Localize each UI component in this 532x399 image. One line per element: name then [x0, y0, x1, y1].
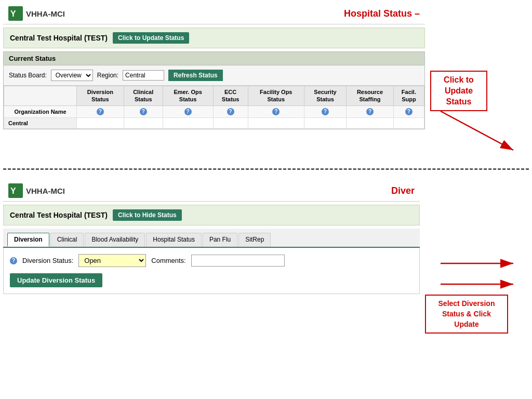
top-header: Y VHHA-MCI Hospital Status –	[3, 3, 425, 24]
security-help[interactable]: ?	[304, 105, 346, 117]
hide-status-button[interactable]: Click to Hide Status	[113, 209, 182, 221]
table-row: Central	[4, 117, 424, 128]
status-board-label: Status Board:	[9, 72, 47, 79]
ecc-help[interactable]: ?	[213, 105, 248, 117]
diversion-help-icon[interactable]: ?	[97, 108, 104, 115]
col-facil-supp: Facil.Supp	[393, 86, 424, 106]
comments-input[interactable]	[191, 255, 285, 267]
col-security: SecurityStatus	[304, 86, 346, 106]
top-arrow-svg	[425, 106, 529, 158]
diversion-status-label: Diversion Status:	[22, 257, 73, 264]
status-table: DiversionStatus ClinicalStatus Emer. Ops…	[4, 86, 424, 129]
top-hospital-bar: Central Test Hospital (TEST) Click to Up…	[3, 28, 425, 48]
annotation-line1: Click to	[444, 75, 474, 84]
top-section: Y VHHA-MCI Hospital Status – Central Tes…	[3, 3, 425, 131]
current-status-section: Current Status Status Board: Overview Re…	[3, 51, 425, 129]
annotation-line3: Status	[446, 97, 472, 106]
help-icon-row: Organization Name ? ? ? ? ? ? ? ?	[4, 105, 424, 117]
resource-help[interactable]: ?	[347, 105, 394, 117]
bottom-logo-icon: Y	[8, 183, 23, 198]
tab-content-diversion: ? Diversion Status: Open Diversion Close…	[3, 248, 420, 294]
bottom-annotation-line3: Update	[454, 320, 478, 328]
clinical-help[interactable]: ?	[124, 105, 163, 117]
top-header-title: Hospital Status –	[344, 8, 420, 19]
tab-blood-availability[interactable]: Blood Availability	[85, 233, 145, 247]
ecc-help-icon[interactable]: ?	[227, 108, 234, 115]
bottom-arrow-svg	[425, 253, 529, 295]
facil-supp-val	[393, 117, 424, 128]
col-diversion: DiversionStatus	[77, 86, 124, 106]
org-name-label: Organization Name	[14, 109, 66, 115]
status-board-select[interactable]: Overview	[51, 70, 93, 81]
bottom-header: Y VHHA-MCI Diver	[3, 180, 420, 202]
diversion-form-help-icon[interactable]: ?	[10, 257, 17, 264]
table-header-row: DiversionStatus ClinicalStatus Emer. Ops…	[4, 86, 424, 106]
current-status-header: Current Status	[4, 52, 424, 65]
status-controls: Status Board: Overview Region: Refresh S…	[4, 65, 424, 86]
security-help-icon[interactable]: ?	[322, 108, 329, 115]
tabs-container: Diversion Clinical Blood Availability Ho…	[3, 229, 420, 248]
bottom-hospital-bar: Central Test Hospital (TEST) Click to Hi…	[3, 205, 420, 225]
resource-val	[347, 117, 394, 128]
region-label: Region:	[97, 72, 118, 79]
emer-ops-val	[163, 117, 213, 128]
clinical-help-icon[interactable]: ?	[140, 108, 147, 115]
ecc-val	[213, 117, 248, 128]
bottom-annotation-line2: Status & Click	[442, 310, 491, 318]
region-input[interactable]	[123, 70, 164, 81]
diversion-status-select[interactable]: Open Diversion Closed	[78, 254, 146, 267]
security-val	[304, 117, 346, 128]
diversion-form-row: ? Diversion Status: Open Diversion Close…	[10, 254, 413, 267]
facility-ops-val	[248, 117, 304, 128]
section-divider	[3, 168, 529, 170]
annotation-line2: Update	[445, 86, 473, 95]
org-name-cell: Organization Name	[4, 105, 77, 117]
top-update-status-button[interactable]: Click to Update Status	[113, 32, 189, 44]
bottom-annotation: Select Diversion Status & Click Update	[425, 253, 529, 334]
col-ecc: ECCStatus	[213, 86, 248, 106]
tab-diversion[interactable]: Diversion	[7, 233, 49, 247]
comments-label: Comments:	[151, 257, 185, 264]
emer-ops-help-icon[interactable]: ?	[184, 108, 192, 115]
bottom-logo-text: VHHA-MCI	[26, 187, 65, 195]
svg-text:Y: Y	[10, 187, 16, 195]
col-resource: ResourceStaffing	[347, 86, 394, 106]
clinical-val	[124, 117, 163, 128]
col-clinical: ClinicalStatus	[124, 86, 163, 106]
facil-supp-help-icon[interactable]: ?	[405, 108, 413, 115]
diversion-val	[77, 117, 124, 128]
tab-sitrep[interactable]: SitRep	[238, 233, 271, 247]
select-diversion-annotation-box: Select Diversion Status & Click Update	[425, 295, 508, 334]
col-facility-ops: Facility OpsStatus	[248, 86, 304, 106]
bottom-wrapper: Y VHHA-MCI Diver Central Test Hospital (…	[3, 180, 529, 334]
tab-clinical[interactable]: Clinical	[50, 233, 84, 247]
tab-hospital-status[interactable]: Hospital Status	[146, 233, 202, 247]
update-diversion-button[interactable]: Update Diversion Status	[10, 273, 102, 287]
bottom-logo-container: Y VHHA-MCI	[8, 183, 65, 198]
top-logo-text: VHHA-MCI	[26, 9, 65, 18]
bottom-header-title: Diver	[391, 185, 415, 196]
svg-line-3	[441, 111, 513, 150]
emer-ops-help[interactable]: ?	[163, 105, 213, 117]
click-update-annotation-box: Click to Update Status	[430, 71, 487, 111]
logo-icon: Y	[8, 6, 23, 21]
diversion-help[interactable]: ?	[77, 105, 124, 117]
top-hospital-name: Central Test Hospital (TEST)	[10, 34, 108, 42]
org-name-value: Central	[4, 117, 77, 128]
bottom-section: Y VHHA-MCI Diver Central Test Hospital (…	[3, 180, 420, 294]
svg-text:Y: Y	[10, 9, 16, 18]
facility-ops-help[interactable]: ?	[248, 105, 304, 117]
resource-help-icon[interactable]: ?	[366, 108, 374, 115]
col-emer-ops: Emer. OpsStatus	[163, 86, 213, 106]
refresh-status-button[interactable]: Refresh Status	[168, 70, 223, 81]
bottom-annotation-line1: Select Diversion	[438, 299, 495, 308]
logo-container: Y VHHA-MCI	[8, 6, 65, 21]
org-header	[4, 86, 77, 106]
tab-pan-flu[interactable]: Pan Flu	[203, 233, 237, 247]
facility-ops-help-icon[interactable]: ?	[272, 108, 280, 115]
bottom-hospital-name: Central Test Hospital (TEST)	[10, 211, 108, 219]
top-annotation: Click to Update Status	[425, 3, 529, 158]
facil-supp-help[interactable]: ?	[393, 105, 424, 117]
